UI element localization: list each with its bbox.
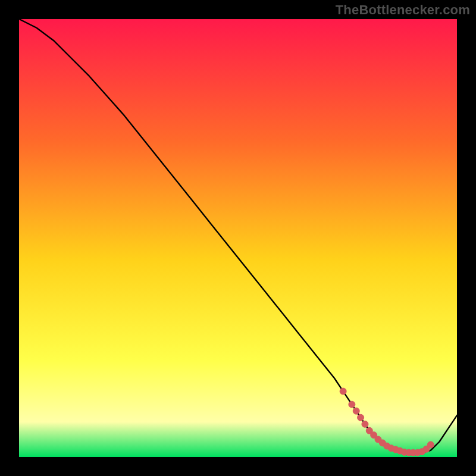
chart-outer-frame: TheBottlenecker.com [0, 0, 476, 476]
marker-dot [353, 408, 359, 414]
plot-area [19, 19, 457, 457]
marker-dot [349, 401, 355, 408]
marker-dot [362, 421, 368, 427]
plot-svg [19, 19, 457, 457]
marker-dot [427, 441, 434, 448]
marker-dot [340, 388, 346, 394]
attribution-label: TheBottlenecker.com [336, 2, 470, 18]
gradient-background [19, 19, 457, 457]
marker-dot [358, 414, 364, 421]
